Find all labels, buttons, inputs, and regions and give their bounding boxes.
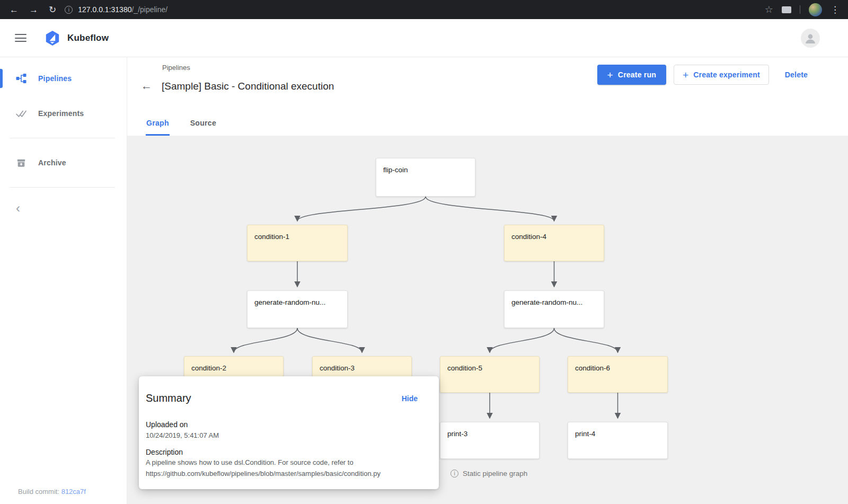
delete-button[interactable]: Delete (782, 65, 811, 85)
active-indicator (0, 69, 3, 88)
address-bar[interactable]: i 127.0.0.1:31380/_/pipeline/ (65, 5, 756, 14)
graph-node-print-4[interactable]: print-4 (568, 422, 668, 459)
info-icon: i (450, 470, 458, 478)
extension-icon[interactable] (782, 6, 791, 13)
sidebar: Pipelines Experiments Archive (0, 57, 127, 504)
reload-icon[interactable]: ↻ (49, 5, 56, 14)
app-body: Pipelines Experiments Archive (0, 57, 848, 504)
summary-title: Summary (146, 392, 191, 404)
graph-node-generate-random-1[interactable]: generate-random-nu... (247, 290, 348, 328)
uploaded-on-label: Uploaded on (146, 420, 418, 429)
description-url: https://github.com/kubeflow/pipelines/bl… (146, 469, 418, 479)
sidebar-item-label: Experiments (38, 109, 84, 118)
divider (800, 5, 800, 14)
header-actions: + Create run + Create experiment Delete (597, 65, 811, 85)
chevron-left-icon: ‹ (16, 201, 20, 215)
description-label: Description (146, 448, 418, 456)
experiments-icon (16, 109, 26, 118)
sidebar-item-experiments[interactable]: Experiments (0, 103, 127, 124)
build-commit-label: Build commit: (18, 488, 59, 496)
tab-source[interactable]: Source (190, 112, 217, 136)
forward-icon[interactable]: → (29, 5, 38, 14)
sidebar-divider (10, 187, 115, 188)
build-commit-link[interactable]: 812ca7f (61, 488, 86, 496)
pipelines-icon (16, 73, 26, 84)
sidebar-item-label: Archive (38, 158, 66, 167)
url-host: 127.0.0.1:31380 (78, 5, 131, 14)
create-experiment-button[interactable]: + Create experiment (674, 65, 769, 85)
sidebar-divider (10, 138, 115, 138)
graph-node-condition-1[interactable]: condition-1 (247, 225, 348, 261)
url-path: /_/pipeline/ (131, 5, 167, 14)
pipeline-graph: flip-coincondition-1condition-4generate-… (127, 136, 848, 504)
app-header: Kubeflow (0, 19, 848, 57)
sidebar-item-pipelines[interactable]: Pipelines (0, 68, 127, 89)
browser-right-icons: ☆ ⋮ (756, 3, 848, 16)
breadcrumb[interactable]: Pipelines (162, 64, 190, 72)
plus-icon: + (683, 70, 688, 80)
create-run-button[interactable]: + Create run (597, 65, 666, 85)
uploaded-on-value: 10/24/2019, 5:41:07 AM (146, 431, 418, 439)
summary-card: Summary Hide Uploaded on 10/24/2019, 5:4… (139, 376, 439, 489)
graph-node-condition-4[interactable]: condition-4 (504, 225, 604, 261)
static-graph-note-text: Static pipeline graph (463, 470, 527, 478)
plus-icon: + (607, 70, 613, 80)
browser-nav-icons: ← → ↻ (0, 5, 65, 14)
description-text: A pipeline shows how to use dsl.Conditio… (146, 458, 418, 467)
browser-chrome: ← → ↻ i 127.0.0.1:31380/_/pipeline/ ☆ ⋮ (0, 0, 848, 19)
graph-node-generate-random-2[interactable]: generate-random-nu... (504, 290, 604, 328)
graph-node-condition-6[interactable]: condition-6 (568, 356, 668, 393)
browser-menu-icon[interactable]: ⋮ (831, 5, 840, 14)
bookmark-star-icon[interactable]: ☆ (765, 5, 773, 14)
graph-node-condition-5[interactable]: condition-5 (440, 356, 540, 393)
sidebar-collapse-button[interactable]: ‹ (16, 202, 28, 214)
kubeflow-logo-icon (45, 30, 60, 46)
create-run-label: Create run (618, 70, 656, 79)
app-name: Kubeflow (67, 33, 109, 43)
back-icon[interactable]: ← (10, 5, 19, 14)
hamburger-menu-icon[interactable] (15, 32, 26, 45)
graph-node-flip-coin[interactable]: flip-coin (376, 158, 475, 197)
create-experiment-label: Create experiment (693, 70, 760, 79)
graph-node-print-3[interactable]: print-3 (440, 422, 540, 459)
sidebar-item-archive[interactable]: Archive (0, 152, 127, 173)
content-header: Pipelines ← [Sample] Basic - Conditional… (127, 57, 848, 136)
user-avatar[interactable] (801, 29, 820, 48)
tab-bar: Graph Source (146, 112, 217, 136)
tab-graph[interactable]: Graph (146, 112, 170, 136)
browser-profile-avatar[interactable] (809, 3, 822, 16)
build-commit: Build commit: 812ca7f (18, 488, 86, 496)
page-info-icon[interactable]: i (65, 6, 73, 14)
hide-summary-button[interactable]: Hide (402, 394, 418, 403)
back-button[interactable]: ← (141, 79, 152, 93)
static-graph-note: i Static pipeline graph (450, 470, 527, 478)
sidebar-item-label: Pipelines (38, 74, 72, 83)
url-text: 127.0.0.1:31380/_/pipeline/ (78, 5, 167, 14)
page-title: [Sample] Basic - Conditional execution (162, 81, 334, 92)
main-content: Pipelines ← [Sample] Basic - Conditional… (127, 57, 848, 504)
kubeflow-logo[interactable]: Kubeflow (45, 30, 109, 46)
archive-icon (16, 158, 26, 167)
person-icon (804, 32, 817, 45)
